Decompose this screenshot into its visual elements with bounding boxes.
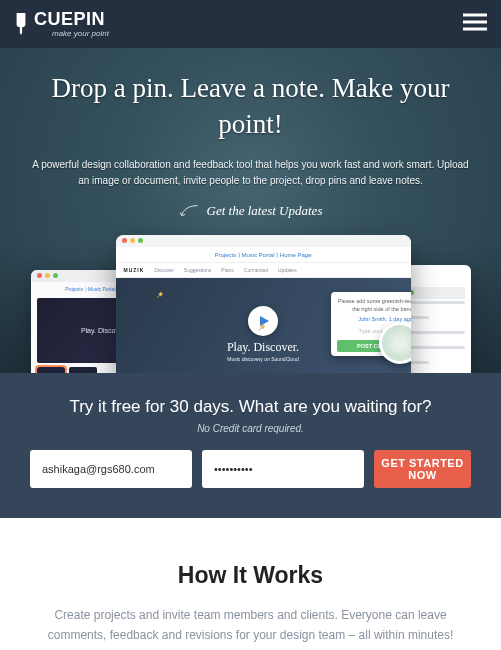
pin-icon (256, 322, 266, 332)
hamburger-icon (463, 13, 487, 31)
hero-title: Drop a pin. Leave a note. Make your poin… (18, 70, 483, 143)
how-section: How It Works Create projects and invite … (0, 518, 501, 650)
preview-nav-item: Updates (278, 267, 297, 273)
how-heading: How It Works (30, 562, 471, 589)
hero-subtitle: A powerful design collaboration and feed… (31, 157, 471, 189)
magnifier-icon (379, 322, 411, 364)
email-field[interactable] (30, 450, 192, 488)
menu-button[interactable] (463, 13, 487, 35)
how-text: Create projects and invite team members … (41, 605, 461, 646)
brand-logo[interactable]: CUEPIN make your point (14, 10, 109, 38)
preview-main-window: Projects ⟩ Music Portal ⟩ Home Page MUZI… (116, 235, 411, 373)
cta-sub: No Credit card required. (30, 423, 471, 434)
cta-heading: Try it free for 30 days. What are you wa… (30, 397, 471, 417)
preview-nav-item: Connected (244, 267, 268, 273)
curved-arrow-icon (179, 204, 199, 218)
pin-icon (154, 290, 164, 300)
app-header: CUEPIN make your point (0, 0, 501, 48)
app-preview: Projects ⟩ Music Portal - with Mike Play… (31, 229, 471, 373)
preview-breadcrumbs-main: Projects ⟩ Music Portal ⟩ Home Page (116, 247, 411, 263)
brand-name: CUEPIN (34, 10, 109, 28)
preview-comment-text: Please add some greenish-teal color to t… (337, 298, 411, 313)
password-field[interactable] (202, 450, 364, 488)
hero-section: Drop a pin. Leave a note. Make your poin… (0, 48, 501, 373)
preview-hero-title: Play. Discover. (227, 340, 299, 355)
preview-nav-item: Suggestions (184, 267, 212, 273)
preview-nav-item: Plans (221, 267, 234, 273)
cta-section: Try it free for 30 days. What are you wa… (0, 373, 501, 518)
updates-link[interactable]: Get the latest Updates (18, 203, 483, 219)
brand-tagline: make your point (52, 30, 109, 38)
preview-app-brand: MUZIK (124, 267, 145, 273)
preview-hero-sub: Music discovery on SoundCloud (227, 356, 298, 362)
get-started-button[interactable]: GET STARTED NOW (374, 450, 471, 488)
preview-nav-item: Discover (154, 267, 173, 273)
updates-label: Get the latest Updates (207, 203, 323, 219)
pin-logo-icon (14, 13, 28, 35)
